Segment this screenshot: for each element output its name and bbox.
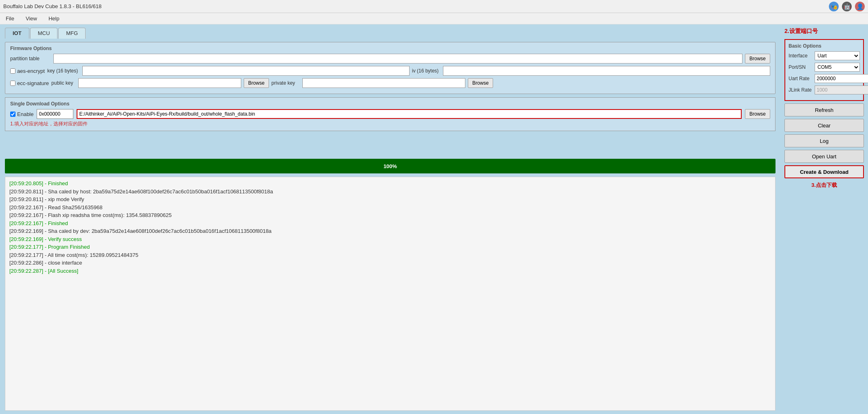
spacer [5, 134, 775, 159]
clear-btn[interactable]: Clear [784, 119, 864, 132]
interface-row: Interface Uart JLink [789, 51, 860, 60]
log-line: [20:59:22.286] - close interface [9, 259, 771, 267]
log-line: [20:59:22.169] - Sha caled by dev: 2ba59… [9, 227, 771, 235]
icon-2: 🤖 [842, 2, 852, 11]
tab-mcu[interactable]: MCU [30, 28, 58, 39]
refresh-btn[interactable]: Refresh [784, 103, 864, 116]
ecc-signature-row: ecc-signature public key Browse private … [10, 78, 770, 88]
icon-3: 👤 [855, 2, 865, 11]
left-area: IOT MCU MFG Firmware Options partition t… [0, 24, 780, 414]
ecc-public-key-browse[interactable]: Browse [244, 78, 269, 88]
aes-iv-input[interactable] [443, 66, 770, 76]
uart-rate-input[interactable] [815, 74, 868, 83]
content-wrapper: IOT MCU MFG Firmware Options partition t… [5, 28, 775, 411]
partition-table-label: partition table [10, 56, 51, 61]
progress-area: 100% [5, 159, 775, 173]
firmware-options-section: Firmware Options partition table Browse … [5, 42, 775, 94]
firmware-options-title: Firmware Options [10, 46, 770, 51]
aes-key-input[interactable] [82, 66, 410, 76]
log-line: [20:59:20.805] - Finished [9, 180, 771, 188]
open-uart-btn[interactable]: Open Uart [784, 150, 864, 163]
aes-key-label: key (16 bytes) [47, 68, 80, 74]
log-line: [20:59:22.177] - All time cost(ms): 1528… [9, 251, 771, 259]
single-download-section: Single Download Options Enable Browse 1.… [5, 97, 775, 131]
titlebar-icons: 🎭 🤖 👤 [829, 2, 865, 11]
aes-encrypt-row: aes-encrypt key (16 bytes) iv (16 bytes) [10, 66, 770, 76]
uart-rate-row: Uart Rate [789, 74, 860, 83]
aes-encrypt-checkbox[interactable] [10, 68, 15, 74]
download-row: Enable Browse [10, 109, 770, 119]
ecc-public-key-label: public key [51, 80, 76, 86]
aes-encrypt-checkbox-label[interactable]: aes-encrypt [10, 68, 45, 74]
upper-content: Firmware Options partition table Browse … [5, 42, 775, 159]
tab-mfg[interactable]: MFG [58, 28, 86, 39]
partition-table-browse[interactable]: Browse [745, 54, 770, 64]
interface-label: Interface [789, 53, 813, 59]
enable-checkbox-label[interactable]: Enable [10, 111, 33, 117]
single-download-title: Single Download Options [10, 101, 770, 107]
sidebar-step1-hint: 2.设置端口号 [784, 28, 864, 35]
log-line: [20:59:22.167] - Flash xip readsha time … [9, 211, 771, 219]
ecc-private-key-browse[interactable]: Browse [468, 78, 493, 88]
right-sidebar: 2.设置端口号 Basic Options Interface Uart JLi… [780, 24, 868, 414]
icon-1: 🎭 [829, 2, 839, 11]
log-line: [20:59:22.167] - Finished [9, 219, 771, 228]
menu-help[interactable]: Help [46, 15, 62, 22]
main-container: IOT MCU MFG Firmware Options partition t… [0, 24, 868, 414]
log-btn[interactable]: Log [784, 134, 864, 147]
log-line: [20:59:22.287] - [All Success] [9, 267, 771, 275]
tab-iot[interactable]: IOT [5, 28, 29, 39]
menu-view[interactable]: View [23, 15, 40, 22]
partition-table-row: partition table Browse [10, 54, 770, 64]
basic-options-title: Basic Options [789, 43, 860, 49]
enable-checkbox[interactable] [10, 112, 15, 117]
ecc-private-key-input[interactable] [302, 78, 465, 88]
ecc-private-key-label: private key [271, 80, 300, 86]
tabs: IOT MCU MFG [5, 28, 775, 39]
jlink-rate-row: JLink Rate [789, 85, 860, 94]
ecc-signature-checkbox[interactable] [10, 81, 15, 86]
ecc-signature-checkbox-label[interactable]: ecc-signature [10, 80, 49, 86]
jlink-rate-label: JLink Rate [789, 87, 813, 93]
titlebar: Bouffalo Lab Dev Cube 1.8.3 - BL616/618 … [0, 0, 868, 13]
basic-options-box: Basic Options Interface Uart JLink Port/… [784, 39, 864, 101]
aes-iv-label: iv (16 bytes) [412, 68, 441, 74]
menubar: File View Help [0, 13, 868, 24]
jlink-rate-input[interactable] [815, 85, 868, 94]
progress-label: 100% [383, 163, 397, 169]
interface-select[interactable]: Uart JLink [815, 51, 860, 60]
partition-table-input[interactable] [53, 54, 742, 64]
progress-bar: 100% [5, 159, 775, 173]
create-download-btn[interactable]: Create & Download [784, 165, 864, 178]
port-label: Port/SN [789, 64, 813, 70]
menu-file[interactable]: File [3, 15, 17, 22]
file-path-input[interactable] [77, 109, 742, 119]
log-line: [20:59:22.167] - Read Sha256/1635968 [9, 204, 771, 212]
download-hint: 1.填入对应的地址，选择对应的固件 [10, 120, 770, 127]
log-line: [20:59:20.811] - Sha caled by host: 2ba5… [9, 188, 771, 196]
log-area[interactable]: [20:59:20.805] - Finished[20:59:20.811] … [5, 177, 775, 411]
uart-rate-label: Uart Rate [789, 76, 813, 81]
log-line: [20:59:20.811] - xip mode Verify [9, 195, 771, 204]
ecc-public-key-input[interactable] [78, 78, 241, 88]
address-input[interactable] [37, 109, 73, 119]
download-browse-btn[interactable]: Browse [745, 109, 770, 119]
titlebar-title: Bouffalo Lab Dev Cube 1.8.3 - BL616/618 [3, 3, 101, 9]
lower-content: 100% [20:59:20.805] - Finished[20:59:20.… [5, 159, 775, 411]
log-line: [20:59:22.169] - Verify success [9, 235, 771, 243]
log-line: [20:59:22.177] - Program Finished [9, 243, 771, 251]
step3-hint: 3.点击下载 [784, 182, 864, 189]
port-select[interactable]: COM5 COM3 COM4 [815, 63, 860, 72]
port-row: Port/SN COM5 COM3 COM4 [789, 63, 860, 72]
